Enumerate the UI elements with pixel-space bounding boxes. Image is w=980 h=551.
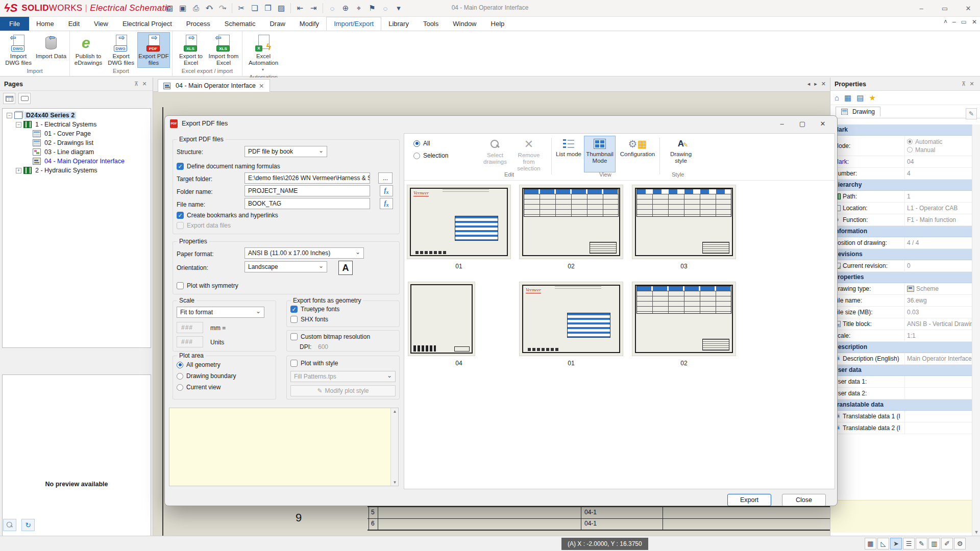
preview-refresh-button[interactable]: ↻: [21, 519, 35, 531]
import-data-button[interactable]: ⇦ Import Data: [35, 32, 67, 68]
property-row[interactable]: Location:L1 - Operator CAB: [830, 203, 972, 214]
drawing-thumbnail-04[interactable]: 04: [407, 282, 510, 356]
property-row[interactable]: File size (MB):0.03: [830, 307, 972, 318]
drawing-thumbnail-02[interactable]: 02: [632, 282, 736, 356]
style-icon[interactable]: ▥: [928, 538, 940, 549]
property-row[interactable]: Path:1: [830, 191, 972, 203]
import-page-icon[interactable]: ⇤: [294, 2, 306, 14]
menu-item-library[interactable]: Library: [381, 17, 416, 31]
mode-radio-manual[interactable]: Manual: [907, 146, 935, 154]
properties-close-icon[interactable]: ✕: [968, 81, 976, 87]
tree-item-2-hydraulic-systems[interactable]: +2 - Hydraulic Systems: [3, 166, 151, 175]
export-pdf-files-button[interactable]: ⇨PDF Export PDF files: [137, 32, 170, 68]
dialog-maximize-button[interactable]: ▢: [792, 116, 813, 131]
layers-icon[interactable]: ☰: [903, 538, 915, 549]
close-button[interactable]: Close: [782, 494, 826, 506]
property-row[interactable]: User data 1:: [830, 376, 972, 388]
tab-close-icon[interactable]: ✕: [259, 82, 264, 90]
expand-icon[interactable]: +: [16, 168, 21, 173]
project-pages-icon[interactable]: ▤: [163, 2, 176, 14]
menu-item-process[interactable]: Process: [179, 17, 217, 31]
property-row[interactable]: Position of drawing:4 / 4: [830, 237, 972, 249]
home-icon[interactable]: ⌂: [835, 93, 839, 102]
edit-properties-button[interactable]: ✎: [966, 108, 977, 119]
window-maximize-button[interactable]: ▭: [933, 0, 957, 16]
property-row[interactable]: AaTranslatable data 1 (I: [830, 411, 972, 422]
pages-view-mode-button[interactable]: [3, 93, 15, 104]
cut-icon[interactable]: ✂: [235, 2, 248, 14]
property-row[interactable]: Mark:04: [830, 156, 972, 168]
favorites-star-icon[interactable]: ★: [869, 93, 875, 103]
property-row[interactable]: Number:4: [830, 168, 972, 180]
dialog-title-bar[interactable]: PDF Export PDF files – ▢ ✕: [165, 116, 837, 131]
scroll-down-icon[interactable]: ▼: [972, 530, 980, 535]
save-icon[interactable]: ▣: [177, 2, 189, 14]
select-drawings-button[interactable]: Select drawings: [479, 136, 511, 172]
more-icon[interactable]: ▾: [393, 2, 405, 14]
book-icon[interactable]: ▤: [856, 93, 864, 103]
export-page-icon[interactable]: ⇥: [307, 2, 320, 14]
property-row[interactable]: Drawing type:Scheme: [830, 283, 972, 295]
zoom-in-icon[interactable]: ◌: [326, 2, 338, 14]
pages-borders-button[interactable]: [18, 93, 31, 104]
remove-from-selection-button[interactable]: ✕Remove from selection: [512, 136, 545, 172]
pages-pin-icon[interactable]: ⊼: [132, 81, 140, 87]
export-dwg-files-button[interactable]: ⇨DWG Export DWG files: [105, 32, 137, 68]
window-minimize-button[interactable]: –: [910, 0, 933, 16]
properties-notes-area[interactable]: [830, 500, 972, 533]
dialog-memo-area[interactable]: ▲▼: [169, 408, 399, 486]
scroll-down-icon[interactable]: ▼: [391, 480, 399, 485]
collapse-ribbon-icon[interactable]: ˄: [944, 18, 947, 26]
document-tab[interactable]: 04 - Main Operator Interface ✕: [158, 79, 270, 92]
property-row[interactable]: User data 2:: [830, 388, 972, 399]
export-data-files-checkbox[interactable]: Export data files: [177, 222, 231, 229]
collapse-icon[interactable]: −: [16, 122, 21, 128]
redo-icon[interactable]: ↷▾: [216, 2, 229, 14]
scale-units-input[interactable]: ###: [177, 336, 203, 347]
configuration-button[interactable]: ⚙▦Configuration: [619, 136, 656, 172]
tree-item-02-drawings-list[interactable]: 02 - Drawings list: [3, 138, 151, 147]
drawing-style-button[interactable]: A✎Drawing style: [665, 136, 697, 172]
mode-radio-automatic[interactable]: Automatic: [907, 138, 942, 145]
plot-with-style-checkbox[interactable]: Plot with style: [290, 360, 338, 367]
selection-radio[interactable]: Selection: [413, 152, 448, 159]
menu-item-window[interactable]: Window: [446, 17, 483, 31]
drawing-thumbnail-01[interactable]: Vermeer01: [520, 282, 623, 356]
export-to-excel-button[interactable]: ⇨XLS Export to Excel: [175, 32, 207, 68]
zoom-window-icon[interactable]: ⊕: [339, 2, 352, 14]
menu-item-electrical-project[interactable]: Electrical Project: [115, 17, 179, 31]
browse-folder-button[interactable]: ...: [378, 172, 393, 184]
excel-automation-button[interactable]: ϟX Excel Automation ▾: [244, 32, 282, 74]
property-row[interactable]: Title block:ANSI B - Vertical Drawing S: [830, 318, 972, 330]
tab-scroll-left-icon[interactable]: ◂: [807, 81, 811, 87]
zoom-fit-icon[interactable]: ⌖: [353, 2, 365, 14]
tree-item-03-line-diagram[interactable]: 03 - Line diagram: [3, 147, 151, 157]
properties-pin-icon[interactable]: ⊼: [960, 81, 968, 87]
plot-drawing-boundary-radio[interactable]: Drawing boundary: [177, 372, 236, 380]
copy-special-icon[interactable]: ❐: [262, 2, 274, 14]
file-name-input[interactable]: BOOK_TAG: [244, 198, 370, 209]
target-folder-input[interactable]: E:\demo files\2026 WN Vermeer\Harness & …: [244, 172, 370, 184]
menu-item-help[interactable]: Help: [484, 17, 512, 31]
scroll-up-icon[interactable]: ▲: [391, 409, 399, 414]
orientation-select[interactable]: Landscape: [244, 261, 327, 272]
doc-restore-icon[interactable]: ▭: [961, 18, 967, 26]
pages-close-icon[interactable]: ✕: [140, 81, 149, 87]
export-button[interactable]: Export: [727, 494, 771, 506]
define-naming-checkbox[interactable]: ✓Define document naming formulas: [177, 163, 280, 170]
dialog-close-button[interactable]: ✕: [813, 116, 833, 131]
property-row[interactable]: File name:36.ewg: [830, 295, 972, 307]
grid-view-icon[interactable]: ▦: [844, 93, 851, 103]
property-row[interactable]: Scale:1:1: [830, 330, 972, 342]
tree-item-d24x40-series-2[interactable]: −D24x40 Series 2: [3, 111, 151, 120]
property-row[interactable]: Mode:AutomaticManual: [830, 136, 972, 156]
grid-icon[interactable]: ▦: [865, 538, 876, 549]
window-close-button[interactable]: ✕: [957, 0, 980, 16]
preview-zoom-button[interactable]: [3, 519, 16, 531]
draw-icon[interactable]: ✎: [916, 538, 927, 549]
print-icon[interactable]: ⎙: [190, 2, 202, 14]
memo-scrollbar[interactable]: ▲▼: [390, 408, 398, 486]
properties-scrollbar[interactable]: ▼: [972, 124, 980, 536]
annotation-icon[interactable]: ✐: [941, 538, 953, 549]
menu-item-import-export[interactable]: Import/Export: [326, 17, 381, 31]
